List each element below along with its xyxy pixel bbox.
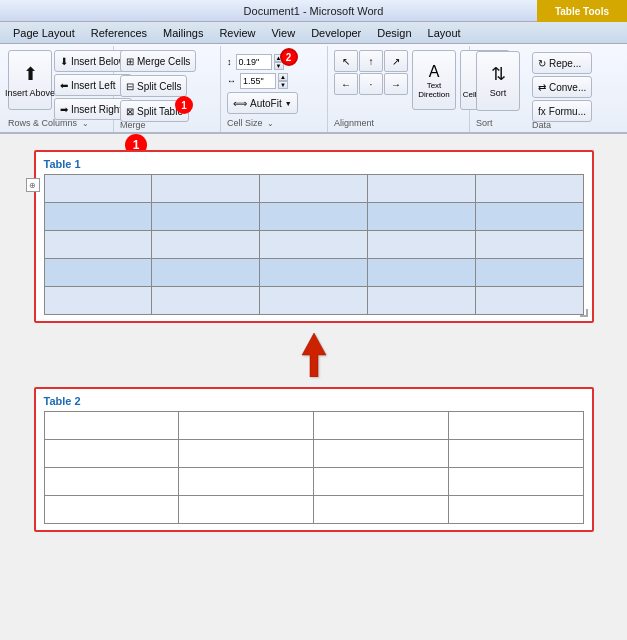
row-height-input[interactable] [236, 54, 272, 70]
table-cell [179, 412, 314, 440]
table2-box: Table 2 [34, 387, 594, 532]
table-cell [367, 231, 475, 259]
formula-icon: fx [538, 106, 546, 117]
merge-group: ⊞ Merge Cells ⊟ Split Cells ⊠ Split Tabl… [116, 46, 221, 132]
split-cells-button[interactable]: ⊟ Split Cells [120, 75, 187, 97]
align-top-center[interactable]: ↑ [359, 50, 383, 72]
table-cell [367, 287, 475, 315]
table-cell [44, 496, 179, 524]
text-direction-button[interactable]: A Text Direction [412, 50, 456, 110]
table-cell [44, 440, 179, 468]
table-cell [448, 440, 583, 468]
menu-view[interactable]: View [264, 25, 302, 41]
autofit-button[interactable]: ⟺ AutoFit ▼ [227, 92, 298, 114]
table-cell [179, 496, 314, 524]
merge-cells-button[interactable]: ⊞ Merge Cells [120, 50, 196, 72]
table-cell [367, 203, 475, 231]
cell-size-content: 2 ↕ ▲ ▼ ↔ ▲ ▼ ⟺ [227, 50, 298, 120]
row-height-spinner: ↕ ▲ ▼ [227, 54, 284, 70]
data-group: ↻ Repe... ⇄ Conve... fx Formu... Data [528, 46, 598, 132]
table-row [44, 412, 583, 440]
align-middle-right[interactable]: → [384, 73, 408, 95]
sort-label: Sort [476, 118, 493, 128]
table-cell [448, 496, 583, 524]
col-width-down[interactable]: ▼ [278, 81, 288, 89]
table2-title: Table 2 [44, 395, 584, 407]
table-cell [152, 231, 260, 259]
menu-page-layout[interactable]: Page Layout [6, 25, 82, 41]
table1-move-handle[interactable]: ⊕ [26, 178, 40, 192]
title-bar: Document1 - Microsoft Word [0, 0, 627, 22]
content-area: 1 Table 1 ⊕ [0, 134, 627, 640]
col-width-up[interactable]: ▲ [278, 73, 288, 81]
convert-button[interactable]: ⇄ Conve... [532, 76, 592, 98]
table-row [44, 440, 583, 468]
text-direction-icon: A [429, 63, 440, 81]
table-cell [179, 468, 314, 496]
table-cell [44, 175, 152, 203]
menu-developer[interactable]: Developer [304, 25, 368, 41]
alignment-label: Alignment [334, 118, 374, 128]
table-row [44, 259, 583, 287]
col-width-input[interactable] [240, 73, 276, 89]
col-width-spinner: ↔ ▲ ▼ [227, 73, 288, 89]
convert-icon: ⇄ [538, 82, 546, 93]
merge-label: Merge [120, 120, 146, 130]
menu-layout[interactable]: Layout [421, 25, 468, 41]
sort-icon: ⇅ [491, 63, 506, 85]
align-top-left[interactable]: ↖ [334, 50, 358, 72]
table-cell [179, 440, 314, 468]
align-middle-left[interactable]: ← [334, 73, 358, 95]
table-row [44, 231, 583, 259]
alignment-group: ↖ ↑ ↗ ← · → A Text Direction ▦ Cell Marg… [330, 46, 470, 132]
title-bar-wrapper: Document1 - Microsoft Word Table Tools [0, 0, 627, 22]
sort-button[interactable]: ⇅ Sort [476, 51, 520, 111]
rows-columns-label: Rows & Columns ⌄ [8, 118, 89, 128]
ribbon: ⬆ Insert Above ⬇ Insert Below ⬅ Insert L… [0, 44, 627, 134]
menu-design[interactable]: Design [370, 25, 418, 41]
table-tools-tab: Table Tools [537, 0, 627, 22]
rows-columns-expand-icon[interactable]: ⌄ [82, 119, 89, 128]
repeat-icon: ↻ [538, 58, 546, 69]
table-row [44, 468, 583, 496]
table-cell [44, 287, 152, 315]
cell-size-label: Cell Size ⌄ [227, 118, 274, 128]
data-content: ↻ Repe... ⇄ Conve... fx Formu... [532, 52, 592, 122]
table-cell [367, 259, 475, 287]
table-cell [448, 468, 583, 496]
split-table-btn-wrap: ⊠ Split Table 1 [120, 100, 189, 122]
menu-mailings[interactable]: Mailings [156, 25, 210, 41]
title-bar-text: Document1 - Microsoft Word [244, 5, 384, 17]
table-cell [152, 203, 260, 231]
table-cell [152, 259, 260, 287]
sort-content: ⇅ Sort [476, 48, 520, 113]
menu-references[interactable]: References [84, 25, 154, 41]
cell-size-expand-icon[interactable]: ⌄ [267, 119, 274, 128]
table-cell [475, 231, 583, 259]
table-cell [314, 440, 449, 468]
table-row [44, 175, 583, 203]
formula-button[interactable]: fx Formu... [532, 100, 592, 122]
merge-content: ⊞ Merge Cells ⊟ Split Cells ⊠ Split Tabl… [120, 50, 196, 122]
table-cell [475, 259, 583, 287]
table-cell [44, 468, 179, 496]
align-middle-center[interactable]: · [359, 73, 383, 95]
arrow-down [294, 333, 334, 377]
rows-columns-group: ⬆ Insert Above ⬇ Insert Below ⬅ Insert L… [4, 46, 114, 132]
table-cell [314, 468, 449, 496]
menu-review[interactable]: Review [212, 25, 262, 41]
table-cell [260, 259, 368, 287]
table1 [44, 174, 584, 315]
align-top-right[interactable]: ↗ [384, 50, 408, 72]
table-cell [44, 259, 152, 287]
badge-1: 1 [175, 96, 193, 114]
table1-resize-handle[interactable] [580, 309, 588, 317]
table-cell [260, 175, 368, 203]
svg-marker-0 [302, 333, 326, 377]
table-cell [44, 203, 152, 231]
table-cell [260, 203, 368, 231]
repeat-button[interactable]: ↻ Repe... [532, 52, 592, 74]
insert-above-button[interactable]: ⬆ Insert Above [8, 50, 52, 110]
table-row [44, 496, 583, 524]
text-cell-buttons: A Text Direction [412, 50, 456, 110]
